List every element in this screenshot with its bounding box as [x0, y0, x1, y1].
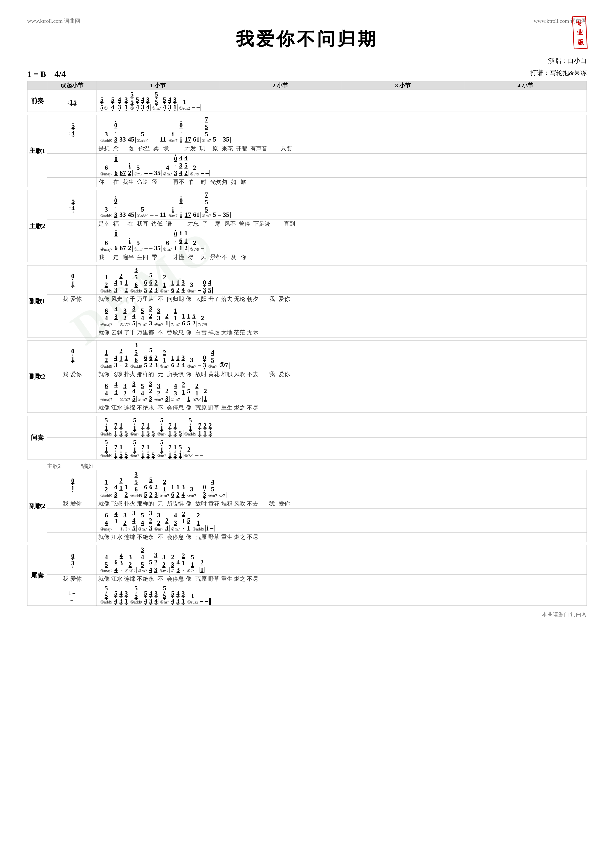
chorus2-repeat-label: 副歌2	[28, 470, 47, 542]
chorus2-repeat-section: 副歌2 | 0 1 | 1 2	[27, 470, 587, 542]
verse1-section: 主歌1 : 5 4 | 3 ①add9	[27, 115, 587, 187]
c2r-lyrics1: 就像 飞蛾 扑火 那样的 无 所畏惧 像 故时 黄花 堆积 风吹 不去	[97, 499, 587, 508]
attribution: 本曲谱源自 词曲网	[27, 611, 587, 618]
chorus2-section: 副歌2 | 0 1 | 1 2	[27, 341, 587, 413]
c2-bars2: | 6 4 ④maj7 4 3· 3	[97, 379, 587, 403]
chorus1-label: 副歌1	[28, 265, 47, 337]
c2-weak2	[47, 379, 97, 403]
v1-weak1: : 5 4	[47, 115, 97, 144]
prelude-weak: : 1 5	[47, 90, 97, 112]
outro-weak3: 1 – –	[47, 584, 97, 606]
v2-lyrics2: 我 走 遍半 生四 季 才懂 得 风 景都不 及 你	[97, 253, 587, 262]
c1-lyrics1: 就像 风走 了千 万里从 不 问归期 像 太阳 升了 落去 无论 朝夕	[97, 294, 587, 304]
c2-lyric-weak1: 我 爱你	[47, 370, 97, 379]
performer-info: 演唱：白小白 打谱：写轮抱&果冻	[530, 55, 587, 79]
bar2-header: 2 小节	[219, 81, 342, 90]
song-title: 我爱你不问归期	[27, 27, 587, 51]
score-sheet: 弱起小节 1 小节 2 小节 3 小节 4 小节 前奏 : 1	[27, 81, 587, 606]
performer-label: 演唱：白小白	[530, 55, 587, 67]
c2r-weak1: | 0 1	[47, 470, 97, 499]
chorus2-label: 副歌2	[28, 341, 47, 412]
verse2-section: 主歌2 : 54 | 3 ①add9 0·3	[27, 190, 587, 262]
v1-lyric-weak1	[47, 144, 97, 153]
v1-lyric-weak2	[47, 177, 97, 187]
outro-bars3: | 5 5 ①add9 5 4 4	[97, 584, 587, 606]
il-weak1	[47, 416, 97, 437]
c1-bars2: | 6 4 ④maj7 4 3· 3	[97, 304, 587, 328]
outro-lyric-weak1: 我 爱你	[47, 574, 97, 584]
c2r-bars2: | 6 4 ④maj7 4 3· 3	[97, 508, 587, 532]
c2-weak1: | 0 1	[47, 341, 97, 370]
il-weak2	[47, 437, 97, 459]
c1-weak2	[47, 304, 97, 328]
c1-weak1: | 0 1	[47, 265, 97, 294]
verse1-label: 主歌1	[28, 115, 47, 187]
prelude-section: 前奏 : 1 5 |	[27, 90, 587, 112]
v2-lyrics1: 是幸 福 在 我耳 边低 语 才忘 了 寒 风不 曾停 下足迹	[97, 219, 587, 229]
outro-section: 尾奏 | 0 3 | 4 5	[27, 545, 587, 606]
c2r-lyric-weak1: 我 爱你	[47, 499, 97, 508]
outro-bars1: | 4 5 ④maj7 6 4 4	[97, 545, 587, 574]
key-display: 1 = B	[27, 70, 46, 79]
il-bars1: | 5 1 ④add9 7 1 1	[97, 416, 587, 437]
chorus1-section: 副歌1 | 0 1 | 1 2	[27, 265, 587, 338]
stamp-box: 专 业 版	[572, 16, 588, 50]
v2-lyric-weak2	[47, 253, 97, 262]
c2-lyrics2: 就像 江水 连绵 不绝永 不 会停息 像 荒原 野草 重生 燃之 不尽	[97, 403, 587, 412]
arranger-label: 打谱：写轮抱&果冻	[530, 67, 587, 79]
key-info: 1 = B 4/4	[27, 69, 66, 79]
v1-bars1: | 3 ①add9 0·3 33 45 |	[97, 115, 587, 144]
c2-lyric-weak2	[47, 403, 97, 412]
bar1-header: 1 小节	[97, 81, 219, 90]
v2-lyric-weak1	[47, 219, 97, 229]
header-table: 弱起小节 1 小节 2 小节 3 小节 4 小节	[27, 81, 587, 90]
c2-bars1: | 1 2 ①add9 4 3 2	[97, 341, 587, 370]
c1-lyric-weak2	[47, 328, 97, 337]
prelude-bars: | 5 5 ① 54 43 31	[97, 90, 587, 112]
weak-bar-header: 弱起小节	[47, 81, 97, 90]
v2-bars1: | 3 ①add9 0·3 33 45 | 5	[97, 190, 587, 219]
v2-bars2: | 6 ④maj7 0·6 67 i2 | 5	[97, 229, 587, 253]
interlude-label: 间奏	[28, 416, 47, 459]
c2-lyrics1: 就像 飞蛾 扑火 那样的 无 所畏惧 像 故时 黄花 堆积 风吹 不去	[97, 370, 587, 379]
v1-lyrics2: 你 在 我生 命途 径 再不 怕 时 光匆匆 如 旅	[97, 177, 587, 187]
c2r-lyrics2: 就像 江水 连绵 不绝永 不 会停息 像 荒原 野草 重生 燃之 不尽	[97, 532, 587, 542]
c2r-weak2	[47, 508, 97, 532]
verse2-label: 主歌2	[28, 190, 47, 262]
outro-lyrics1: 就像 江水 连绵 不绝永 不 会停息 像 荒原 野草 重生 燃之 不尽	[97, 574, 587, 584]
outro-weak1: | 0 3	[47, 545, 97, 574]
c1-lyric-weak1: 我 爱你	[47, 294, 97, 304]
c1-lyrics2: 就像 云飘 了千 万里都 不 曾歇息 像 白雪 肆虐 大地 茫茫 无际	[97, 328, 587, 337]
bar4-header: 4 小节	[464, 81, 587, 90]
il-bars2: | 5 1 ④add9 7 1 1	[97, 437, 587, 459]
empty-header	[28, 81, 47, 90]
bar3-header: 3 小节	[342, 81, 464, 90]
c2r-bars1: | 1 2 ①add9 4 3 2	[97, 470, 587, 499]
v1-lyrics1: 是想 念 如 你温 柔 境 才发 现 原 来花 开都 有声音	[97, 144, 587, 153]
repeat-label-chorus1: 副歌1	[81, 462, 94, 470]
info-row: 1 = B 4/4 演唱：白小白 打谱：写轮抱&果冻	[27, 55, 587, 79]
v1-weak2	[47, 153, 97, 177]
repeat-label-verse2: 主歌2	[47, 462, 61, 470]
c2r-lyric-weak2	[47, 532, 97, 542]
v2-weak1: : 54	[47, 190, 97, 219]
time-sig: 4/4	[54, 69, 66, 79]
v1-bars2: | 6 ④maj7 0·6 67 i2 | 5	[97, 153, 587, 177]
prelude-label: 前奏	[28, 90, 47, 112]
logo-left: www.ktroll.com 词曲网	[27, 17, 80, 25]
outro-label: 尾奏	[28, 545, 47, 606]
v2-weak2	[47, 229, 97, 253]
c1-bars1: | 1 2 ①add9 4 3 2	[97, 265, 587, 294]
top-logos: www.ktroll.com 词曲网 www.ktroll.com 词曲网	[27, 17, 587, 25]
interlude-section: 间奏 | 5 1 ④add9 7 1	[27, 416, 587, 459]
